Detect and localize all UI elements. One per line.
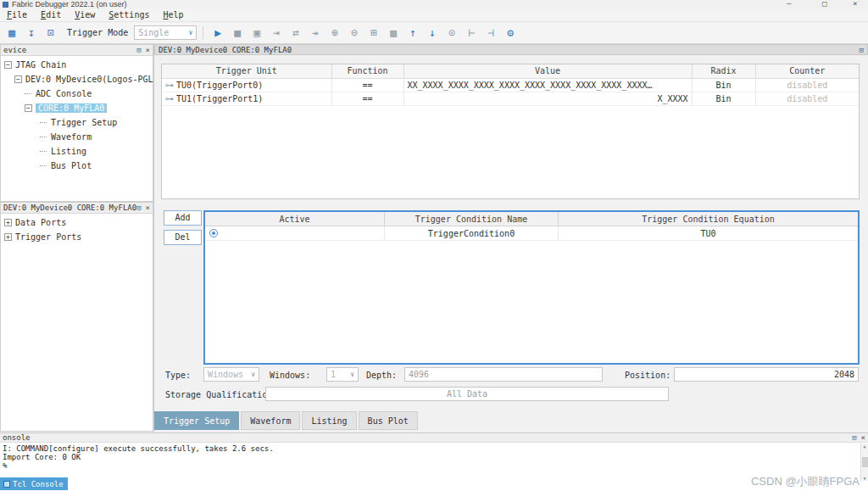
col-trigger-unit: Trigger Unit xyxy=(162,64,331,78)
collapse-icon[interactable]: − xyxy=(4,61,12,69)
maximize-icon[interactable]: □ xyxy=(822,0,826,8)
console-panel: onsole ⊡ × I: COMMAND[configure] execute… xyxy=(0,432,868,491)
device-manager-icon[interactable]: ▦ xyxy=(3,26,20,39)
storage-qualification-input[interactable] xyxy=(265,387,669,401)
trigger-mode-select[interactable]: Single ∨ xyxy=(134,25,197,40)
storage-qualification-label: Storage Qualification: xyxy=(165,387,277,402)
titlebar: Fabric Debugger 2022.1 (on user) xyxy=(0,0,868,8)
tree-label: Bus Plot xyxy=(51,161,92,170)
tu1-value[interactable]: X_XXXX xyxy=(403,92,692,105)
tu1-function[interactable]: == xyxy=(331,92,403,105)
depth-input[interactable] xyxy=(404,367,603,382)
search-icon[interactable]: ⊙ xyxy=(443,26,460,39)
stop-trigger-icon[interactable]: ■ xyxy=(229,26,246,39)
console-title: onsole xyxy=(3,433,31,442)
table-row-tu0[interactable]: ⊶TU0(TriggerPort0) == XX_XXXX_XXXX_XXXX_… xyxy=(162,78,859,92)
menu-help[interactable]: Help xyxy=(156,9,190,20)
tab-trigger-setup[interactable]: Trigger Setup xyxy=(154,411,239,430)
expand-icon[interactable]: + xyxy=(4,233,12,241)
menu-view[interactable]: View xyxy=(68,9,102,20)
run-trigger-icon[interactable]: ▶ xyxy=(209,26,226,39)
tree-item-adc-console[interactable]: ADC Console xyxy=(1,86,153,101)
expand-icon[interactable]: + xyxy=(4,219,12,226)
add-button[interactable]: Add xyxy=(164,210,202,226)
float-icon[interactable]: ⊡ xyxy=(860,46,864,54)
tree-label: Data Ports xyxy=(15,218,66,227)
tree-item-core0[interactable]: − CORE:0 MyFLA0 xyxy=(1,101,153,115)
del-button[interactable]: Del xyxy=(164,230,202,245)
condition-equation[interactable]: TU0 xyxy=(559,226,858,241)
trigger-unit-icon: ⊶ xyxy=(165,81,174,90)
zoom-in-icon[interactable]: ⊕ xyxy=(326,26,343,39)
console-scrollbar[interactable]: ▲ ▼ xyxy=(860,444,868,481)
chevron-down-icon: ∨ xyxy=(251,371,255,378)
auto-run-icon[interactable]: ▣ xyxy=(248,26,265,39)
condition-row[interactable]: TriggerCondition0 TU0 xyxy=(205,226,858,241)
move-up-icon[interactable]: ↑ xyxy=(404,26,421,39)
tree-item-bus-plot[interactable]: Bus Plot xyxy=(1,159,153,173)
tree-item-listing[interactable]: Listing xyxy=(1,144,153,159)
screen-capture-icon[interactable]: ⊡ xyxy=(42,26,59,39)
tab-listing[interactable]: Listing xyxy=(302,411,356,430)
scroll-up-icon[interactable]: ▲ xyxy=(863,444,865,449)
ports-panel-header: DEV:0 MyDevice0 CORE:0 MyFLA0 ⊡ × xyxy=(1,203,153,214)
tab-tcl-console[interactable]: Tcl Console xyxy=(0,477,68,490)
table-row-tu1[interactable]: ⊶TU1(TriggerPort1) == X_XXXX Bin disable… xyxy=(162,92,859,105)
collapse-icon[interactable]: − xyxy=(25,104,32,112)
col-counter: Counter xyxy=(755,64,859,78)
marker-start-icon[interactable]: ⊢ xyxy=(463,26,480,39)
tab-bus-plot[interactable]: Bus Plot xyxy=(359,411,418,430)
tree-item-data-ports[interactable]: + Data Ports xyxy=(1,215,153,230)
close-icon[interactable]: × xyxy=(853,0,857,8)
close-icon[interactable]: × xyxy=(146,46,150,54)
rearm-trigger-icon[interactable]: ⇄ xyxy=(287,26,304,39)
tu0-value[interactable]: XX_XXXX_XXXX_XXXX_XXXX_XXXX_XXXX_XXXX_XX… xyxy=(403,78,692,92)
col-function: Function xyxy=(331,64,403,78)
type-select[interactable]: Windows ∨ xyxy=(203,367,259,382)
float-icon[interactable]: ⊡ xyxy=(136,46,141,54)
tu0-function[interactable]: == xyxy=(331,78,403,92)
tree-item-waveform[interactable]: Waveform xyxy=(1,130,153,144)
close-icon[interactable]: × xyxy=(146,204,150,212)
trigger-unit-table: Trigger Unit Function Value Radix Counte… xyxy=(161,64,860,199)
menu-file[interactable]: File xyxy=(0,9,34,20)
close-icon[interactable]: × xyxy=(861,433,865,442)
col-value: Value xyxy=(403,64,692,78)
move-down-icon[interactable]: ↓ xyxy=(424,26,441,39)
col-radix: Radix xyxy=(692,64,755,78)
menu-edit[interactable]: Edit xyxy=(34,9,68,20)
active-radio[interactable] xyxy=(209,229,218,237)
float-icon[interactable]: ⊡ xyxy=(852,433,856,442)
zoom-out-icon[interactable]: ⊖ xyxy=(346,26,363,39)
windows-select[interactable]: 1 ∨ xyxy=(326,367,359,382)
zoom-fit-icon[interactable]: ⊞ xyxy=(365,26,382,39)
settings-gear-icon[interactable]: ⚙ xyxy=(502,26,519,39)
marker-end-icon[interactable]: ⊣ xyxy=(482,26,499,39)
trigger-mode-value: Single xyxy=(138,28,169,37)
tab-waveform[interactable]: Waveform xyxy=(241,411,300,430)
minimize-icon[interactable]: – xyxy=(787,0,791,8)
tree-label: DEV:0 MyDevice0(Logos-PGL22… xyxy=(25,75,169,84)
continue-icon[interactable]: ↠ xyxy=(307,26,324,39)
force-trigger-icon[interactable]: ⇥ xyxy=(268,26,285,39)
tree-item-trigger-ports[interactable]: + Trigger Ports xyxy=(1,230,153,244)
position-input[interactable] xyxy=(674,367,859,382)
trigger-condition-table: Active Trigger Condition Name Trigger Co… xyxy=(203,210,860,365)
program-device-icon[interactable]: ↧ xyxy=(23,26,40,39)
scrollbar-thumb[interactable] xyxy=(862,457,868,467)
float-icon[interactable]: ⊡ xyxy=(136,204,141,212)
col-condition-name: Trigger Condition Name xyxy=(385,212,559,226)
tu0-radix[interactable]: Bin xyxy=(692,78,755,92)
tree-item-dev0[interactable]: − DEV:0 MyDevice0(Logos-PGL22… xyxy=(1,72,153,86)
collapse-icon[interactable]: − xyxy=(14,75,22,83)
tree-item-trigger-setup[interactable]: Trigger Setup xyxy=(1,115,153,130)
grid-icon[interactable]: ▩ xyxy=(385,26,402,39)
tree-item-jtag-chain[interactable]: − JTAG Chain xyxy=(1,58,153,72)
main-panel: DEV:0 MyDevice0 CORE:0 MyFLA0 ⊡ Trigger … xyxy=(154,44,868,432)
menu-settings[interactable]: Settings xyxy=(102,9,156,20)
tu1-radix[interactable]: Bin xyxy=(692,92,755,105)
console-header: onsole ⊡ × xyxy=(0,433,868,443)
scroll-down-icon[interactable]: ▼ xyxy=(863,476,865,481)
condition-name[interactable]: TriggerCondition0 xyxy=(385,226,559,241)
tree-label: Waveform xyxy=(51,132,92,142)
